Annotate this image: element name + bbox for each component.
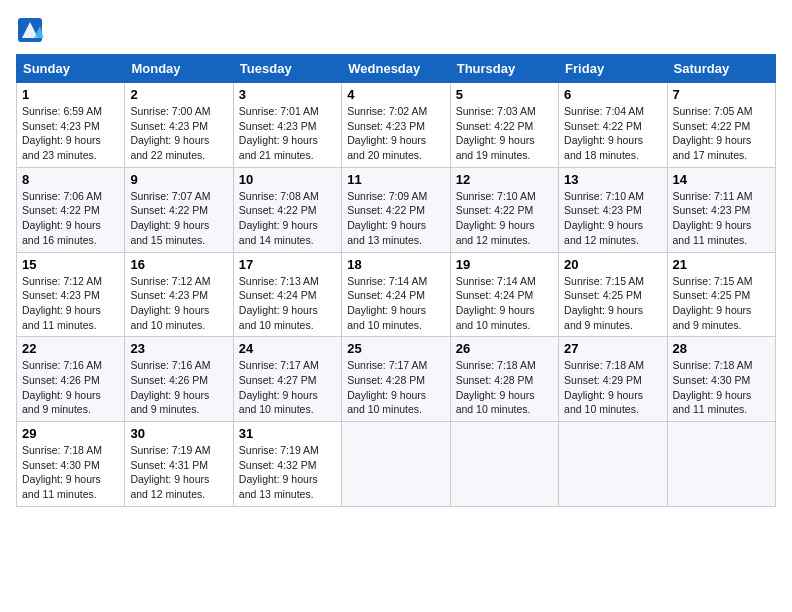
- calendar-cell: 15Sunrise: 7:12 AM Sunset: 4:23 PM Dayli…: [17, 252, 125, 337]
- calendar-header-saturday: Saturday: [667, 55, 775, 83]
- calendar-cell: 3Sunrise: 7:01 AM Sunset: 4:23 PM Daylig…: [233, 83, 341, 168]
- day-info: Sunrise: 7:07 AM Sunset: 4:22 PM Dayligh…: [130, 189, 227, 248]
- day-info: Sunrise: 7:10 AM Sunset: 4:22 PM Dayligh…: [456, 189, 553, 248]
- day-number: 31: [239, 426, 336, 441]
- day-number: 4: [347, 87, 444, 102]
- day-info: Sunrise: 7:08 AM Sunset: 4:22 PM Dayligh…: [239, 189, 336, 248]
- calendar-cell: 23Sunrise: 7:16 AM Sunset: 4:26 PM Dayli…: [125, 337, 233, 422]
- calendar-week-2: 8Sunrise: 7:06 AM Sunset: 4:22 PM Daylig…: [17, 167, 776, 252]
- day-info: Sunrise: 7:18 AM Sunset: 4:30 PM Dayligh…: [673, 358, 770, 417]
- calendar-cell: 13Sunrise: 7:10 AM Sunset: 4:23 PM Dayli…: [559, 167, 667, 252]
- calendar-cell: [667, 422, 775, 507]
- calendar-cell: 26Sunrise: 7:18 AM Sunset: 4:28 PM Dayli…: [450, 337, 558, 422]
- day-info: Sunrise: 7:10 AM Sunset: 4:23 PM Dayligh…: [564, 189, 661, 248]
- day-info: Sunrise: 7:12 AM Sunset: 4:23 PM Dayligh…: [22, 274, 119, 333]
- calendar-cell: 30Sunrise: 7:19 AM Sunset: 4:31 PM Dayli…: [125, 422, 233, 507]
- calendar-cell: 31Sunrise: 7:19 AM Sunset: 4:32 PM Dayli…: [233, 422, 341, 507]
- calendar-cell: 27Sunrise: 7:18 AM Sunset: 4:29 PM Dayli…: [559, 337, 667, 422]
- calendar-cell: 28Sunrise: 7:18 AM Sunset: 4:30 PM Dayli…: [667, 337, 775, 422]
- day-number: 14: [673, 172, 770, 187]
- day-number: 27: [564, 341, 661, 356]
- calendar-cell: 1Sunrise: 6:59 AM Sunset: 4:23 PM Daylig…: [17, 83, 125, 168]
- calendar-header-tuesday: Tuesday: [233, 55, 341, 83]
- day-info: Sunrise: 7:00 AM Sunset: 4:23 PM Dayligh…: [130, 104, 227, 163]
- day-number: 23: [130, 341, 227, 356]
- day-info: Sunrise: 7:04 AM Sunset: 4:22 PM Dayligh…: [564, 104, 661, 163]
- calendar-cell: 17Sunrise: 7:13 AM Sunset: 4:24 PM Dayli…: [233, 252, 341, 337]
- calendar-cell: 25Sunrise: 7:17 AM Sunset: 4:28 PM Dayli…: [342, 337, 450, 422]
- day-number: 19: [456, 257, 553, 272]
- day-info: Sunrise: 6:59 AM Sunset: 4:23 PM Dayligh…: [22, 104, 119, 163]
- day-number: 3: [239, 87, 336, 102]
- day-info: Sunrise: 7:15 AM Sunset: 4:25 PM Dayligh…: [564, 274, 661, 333]
- day-info: Sunrise: 7:12 AM Sunset: 4:23 PM Dayligh…: [130, 274, 227, 333]
- calendar-cell: 19Sunrise: 7:14 AM Sunset: 4:24 PM Dayli…: [450, 252, 558, 337]
- calendar-week-5: 29Sunrise: 7:18 AM Sunset: 4:30 PM Dayli…: [17, 422, 776, 507]
- calendar-cell: 6Sunrise: 7:04 AM Sunset: 4:22 PM Daylig…: [559, 83, 667, 168]
- day-number: 5: [456, 87, 553, 102]
- calendar-cell: 9Sunrise: 7:07 AM Sunset: 4:22 PM Daylig…: [125, 167, 233, 252]
- day-info: Sunrise: 7:16 AM Sunset: 4:26 PM Dayligh…: [130, 358, 227, 417]
- day-info: Sunrise: 7:17 AM Sunset: 4:28 PM Dayligh…: [347, 358, 444, 417]
- calendar-header-monday: Monday: [125, 55, 233, 83]
- calendar-cell: 16Sunrise: 7:12 AM Sunset: 4:23 PM Dayli…: [125, 252, 233, 337]
- calendar-cell: 29Sunrise: 7:18 AM Sunset: 4:30 PM Dayli…: [17, 422, 125, 507]
- day-info: Sunrise: 7:06 AM Sunset: 4:22 PM Dayligh…: [22, 189, 119, 248]
- calendar-cell: 2Sunrise: 7:00 AM Sunset: 4:23 PM Daylig…: [125, 83, 233, 168]
- day-number: 22: [22, 341, 119, 356]
- day-number: 11: [347, 172, 444, 187]
- day-info: Sunrise: 7:17 AM Sunset: 4:27 PM Dayligh…: [239, 358, 336, 417]
- calendar-cell: 22Sunrise: 7:16 AM Sunset: 4:26 PM Dayli…: [17, 337, 125, 422]
- day-info: Sunrise: 7:11 AM Sunset: 4:23 PM Dayligh…: [673, 189, 770, 248]
- day-info: Sunrise: 7:18 AM Sunset: 4:30 PM Dayligh…: [22, 443, 119, 502]
- calendar-cell: 21Sunrise: 7:15 AM Sunset: 4:25 PM Dayli…: [667, 252, 775, 337]
- day-number: 13: [564, 172, 661, 187]
- calendar-cell: 14Sunrise: 7:11 AM Sunset: 4:23 PM Dayli…: [667, 167, 775, 252]
- day-number: 1: [22, 87, 119, 102]
- day-info: Sunrise: 7:03 AM Sunset: 4:22 PM Dayligh…: [456, 104, 553, 163]
- day-number: 15: [22, 257, 119, 272]
- calendar-week-3: 15Sunrise: 7:12 AM Sunset: 4:23 PM Dayli…: [17, 252, 776, 337]
- calendar-cell: [559, 422, 667, 507]
- day-number: 9: [130, 172, 227, 187]
- day-info: Sunrise: 7:13 AM Sunset: 4:24 PM Dayligh…: [239, 274, 336, 333]
- calendar-cell: 5Sunrise: 7:03 AM Sunset: 4:22 PM Daylig…: [450, 83, 558, 168]
- calendar-table: SundayMondayTuesdayWednesdayThursdayFrid…: [16, 54, 776, 507]
- calendar-cell: 11Sunrise: 7:09 AM Sunset: 4:22 PM Dayli…: [342, 167, 450, 252]
- logo-icon: [16, 16, 44, 44]
- day-info: Sunrise: 7:15 AM Sunset: 4:25 PM Dayligh…: [673, 274, 770, 333]
- day-info: Sunrise: 7:19 AM Sunset: 4:31 PM Dayligh…: [130, 443, 227, 502]
- day-info: Sunrise: 7:19 AM Sunset: 4:32 PM Dayligh…: [239, 443, 336, 502]
- day-number: 26: [456, 341, 553, 356]
- day-number: 6: [564, 87, 661, 102]
- calendar-cell: 7Sunrise: 7:05 AM Sunset: 4:22 PM Daylig…: [667, 83, 775, 168]
- calendar-cell: 20Sunrise: 7:15 AM Sunset: 4:25 PM Dayli…: [559, 252, 667, 337]
- day-number: 24: [239, 341, 336, 356]
- day-info: Sunrise: 7:09 AM Sunset: 4:22 PM Dayligh…: [347, 189, 444, 248]
- calendar-cell: 18Sunrise: 7:14 AM Sunset: 4:24 PM Dayli…: [342, 252, 450, 337]
- calendar-cell: 24Sunrise: 7:17 AM Sunset: 4:27 PM Dayli…: [233, 337, 341, 422]
- day-number: 21: [673, 257, 770, 272]
- calendar-cell: 12Sunrise: 7:10 AM Sunset: 4:22 PM Dayli…: [450, 167, 558, 252]
- day-info: Sunrise: 7:14 AM Sunset: 4:24 PM Dayligh…: [347, 274, 444, 333]
- day-number: 30: [130, 426, 227, 441]
- day-number: 17: [239, 257, 336, 272]
- calendar-cell: [450, 422, 558, 507]
- day-number: 25: [347, 341, 444, 356]
- day-number: 29: [22, 426, 119, 441]
- calendar-header-sunday: Sunday: [17, 55, 125, 83]
- calendar-cell: [342, 422, 450, 507]
- logo: [16, 16, 48, 44]
- day-number: 20: [564, 257, 661, 272]
- day-info: Sunrise: 7:01 AM Sunset: 4:23 PM Dayligh…: [239, 104, 336, 163]
- day-info: Sunrise: 7:14 AM Sunset: 4:24 PM Dayligh…: [456, 274, 553, 333]
- day-info: Sunrise: 7:02 AM Sunset: 4:23 PM Dayligh…: [347, 104, 444, 163]
- day-info: Sunrise: 7:18 AM Sunset: 4:29 PM Dayligh…: [564, 358, 661, 417]
- calendar-cell: 4Sunrise: 7:02 AM Sunset: 4:23 PM Daylig…: [342, 83, 450, 168]
- calendar-header-thursday: Thursday: [450, 55, 558, 83]
- page-header: [16, 16, 776, 44]
- day-number: 2: [130, 87, 227, 102]
- day-number: 18: [347, 257, 444, 272]
- calendar-header-wednesday: Wednesday: [342, 55, 450, 83]
- day-number: 12: [456, 172, 553, 187]
